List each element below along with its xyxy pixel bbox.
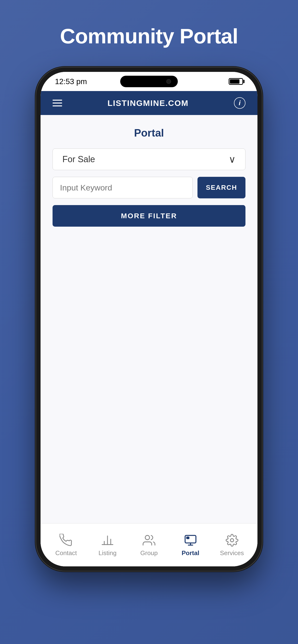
more-filter-button[interactable]: MORE FILTER <box>53 205 245 227</box>
nav-label-listing: Listing <box>99 549 117 557</box>
hamburger-line-2 <box>53 102 62 104</box>
nav-label-group: Group <box>140 549 158 557</box>
portal-container: Portal For Sale ∨ SEARCH MORE FILTER <box>41 115 257 523</box>
svg-point-4 <box>145 536 150 540</box>
app-header: LISTINGMINE.COM i <box>41 91 257 115</box>
svg-point-9 <box>230 538 234 542</box>
svg-rect-5 <box>185 536 196 543</box>
info-button[interactable]: i <box>234 97 245 109</box>
phone-screen: 12:53 pm LISTINGMINE.COM i Portal <box>41 72 257 566</box>
nav-item-contact[interactable]: Contact <box>45 533 87 557</box>
nav-item-services[interactable]: Services <box>211 533 253 557</box>
nav-label-portal: Portal <box>182 549 199 557</box>
listing-type-dropdown-container: For Sale ∨ <box>53 148 245 170</box>
nav-item-listing[interactable]: Listing <box>87 533 128 557</box>
status-bar: 12:53 pm <box>41 72 257 91</box>
status-time: 12:53 pm <box>55 77 87 86</box>
group-icon <box>142 533 156 548</box>
hamburger-menu-button[interactable] <box>53 100 62 106</box>
battery-fill <box>230 79 239 84</box>
svg-rect-8 <box>187 537 189 539</box>
portal-title: Portal <box>53 127 245 139</box>
phone-icon <box>59 533 73 548</box>
bottom-navigation: Contact Listing <box>41 523 257 566</box>
keyword-search-input[interactable] <box>53 177 193 198</box>
dynamic-island <box>120 76 178 87</box>
nav-item-portal[interactable]: Portal <box>170 533 211 557</box>
hamburger-line-3 <box>53 106 62 106</box>
chevron-down-icon: ∨ <box>229 154 236 165</box>
app-header-title: LISTINGMINE.COM <box>107 98 189 108</box>
phone-frame: 12:53 pm LISTINGMINE.COM i Portal <box>36 68 262 571</box>
listing-icon <box>100 533 115 548</box>
battery-indicator <box>229 78 243 85</box>
portal-icon <box>183 533 198 548</box>
info-icon-label: i <box>239 99 241 107</box>
search-results-area <box>53 232 245 516</box>
listing-type-dropdown[interactable]: For Sale ∨ <box>53 148 245 170</box>
search-button[interactable]: SEARCH <box>198 177 245 198</box>
app-content: Portal For Sale ∨ SEARCH MORE FILTER <box>41 115 257 566</box>
services-icon <box>225 533 239 548</box>
nav-label-services: Services <box>220 549 244 557</box>
nav-item-group[interactable]: Group <box>128 533 170 557</box>
search-row: SEARCH <box>53 177 245 198</box>
nav-label-contact: Contact <box>55 549 77 557</box>
dropdown-selected-value: For Sale <box>62 154 95 164</box>
hamburger-line-1 <box>53 100 62 100</box>
page-background-title: Community Portal <box>60 24 238 48</box>
